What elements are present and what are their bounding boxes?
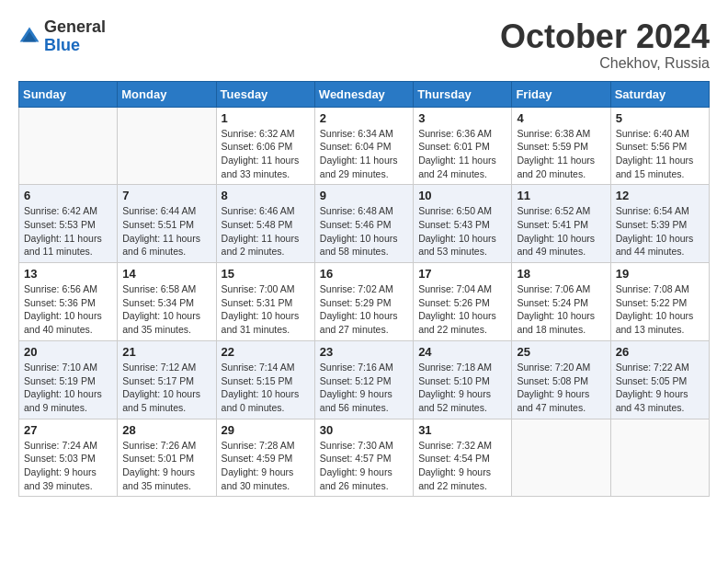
- day-info: Sunrise: 6:36 AMSunset: 6:01 PMDaylight:…: [418, 127, 506, 181]
- day-info: Sunrise: 7:06 AMSunset: 5:24 PMDaylight:…: [517, 282, 605, 337]
- header-monday: Monday: [118, 81, 216, 107]
- day-info: Sunrise: 6:56 AMSunset: 5:36 PMDaylight:…: [24, 282, 112, 337]
- table-row: 20Sunrise: 7:10 AMSunset: 5:19 PMDayligh…: [19, 340, 118, 419]
- calendar-week-row: 13Sunrise: 6:56 AMSunset: 5:36 PMDayligh…: [19, 263, 710, 341]
- table-row: 23Sunrise: 7:16 AMSunset: 5:12 PMDayligh…: [314, 340, 413, 419]
- day-info: Sunrise: 6:34 AMSunset: 6:04 PMDaylight:…: [320, 127, 408, 181]
- subtitle: Chekhov, Russia: [500, 55, 710, 72]
- day-number: 1: [222, 111, 310, 125]
- day-info: Sunrise: 6:40 AMSunset: 5:56 PMDaylight:…: [616, 127, 704, 181]
- day-info: Sunrise: 6:54 AMSunset: 5:39 PMDaylight:…: [616, 204, 704, 259]
- day-number: 9: [320, 189, 408, 202]
- table-row: [19, 107, 118, 185]
- day-info: Sunrise: 6:58 AMSunset: 5:34 PMDaylight:…: [122, 282, 210, 337]
- title-block: October 2024 Chekhov, Russia: [500, 18, 710, 72]
- table-row: 13Sunrise: 6:56 AMSunset: 5:36 PMDayligh…: [19, 263, 118, 341]
- day-info: Sunrise: 6:44 AMSunset: 5:51 PMDaylight:…: [122, 204, 210, 259]
- header: General Blue October 2024 Chekhov, Russi…: [18, 18, 710, 72]
- day-number: 30: [320, 423, 408, 437]
- day-number: 14: [122, 267, 210, 281]
- day-number: 21: [122, 345, 210, 359]
- day-info: Sunrise: 6:50 AMSunset: 5:43 PMDaylight:…: [418, 204, 506, 259]
- table-row: 19Sunrise: 7:08 AMSunset: 5:22 PMDayligh…: [610, 263, 709, 341]
- day-number: 23: [320, 345, 408, 359]
- day-number: 16: [320, 267, 408, 281]
- day-number: 18: [517, 267, 605, 281]
- table-row: 12Sunrise: 6:54 AMSunset: 5:39 PMDayligh…: [610, 185, 709, 263]
- day-number: 19: [616, 267, 704, 281]
- day-info: Sunrise: 7:18 AMSunset: 5:10 PMDaylight:…: [418, 361, 506, 415]
- table-row: 2Sunrise: 6:34 AMSunset: 6:04 PMDaylight…: [314, 107, 413, 185]
- calendar-table: Sunday Monday Tuesday Wednesday Thursday…: [18, 81, 710, 498]
- day-number: 7: [122, 189, 210, 202]
- table-row: [512, 419, 610, 497]
- day-number: 12: [616, 189, 704, 202]
- day-info: Sunrise: 6:46 AMSunset: 5:48 PMDaylight:…: [222, 204, 310, 259]
- day-info: Sunrise: 7:28 AMSunset: 4:59 PMDaylight:…: [222, 439, 310, 493]
- day-number: 2: [320, 111, 408, 125]
- calendar-week-row: 1Sunrise: 6:32 AMSunset: 6:06 PMDaylight…: [19, 107, 710, 185]
- day-info: Sunrise: 7:00 AMSunset: 5:31 PMDaylight:…: [222, 282, 310, 337]
- day-info: Sunrise: 7:08 AMSunset: 5:22 PMDaylight:…: [616, 282, 704, 337]
- table-row: [118, 107, 216, 185]
- header-wednesday: Wednesday: [314, 81, 413, 107]
- day-info: Sunrise: 7:04 AMSunset: 5:26 PMDaylight:…: [418, 282, 506, 337]
- table-row: 7Sunrise: 6:44 AMSunset: 5:51 PMDaylight…: [118, 185, 216, 263]
- day-info: Sunrise: 7:12 AMSunset: 5:17 PMDaylight:…: [122, 361, 210, 415]
- weekday-header-row: Sunday Monday Tuesday Wednesday Thursday…: [19, 81, 710, 107]
- day-info: Sunrise: 6:52 AMSunset: 5:41 PMDaylight:…: [517, 204, 605, 259]
- day-number: 28: [122, 423, 210, 437]
- table-row: 26Sunrise: 7:22 AMSunset: 5:05 PMDayligh…: [610, 340, 709, 419]
- table-row: 11Sunrise: 6:52 AMSunset: 5:41 PMDayligh…: [512, 185, 610, 263]
- day-info: Sunrise: 6:42 AMSunset: 5:53 PMDaylight:…: [24, 204, 112, 259]
- day-info: Sunrise: 7:10 AMSunset: 5:19 PMDaylight:…: [24, 361, 112, 415]
- table-row: 15Sunrise: 7:00 AMSunset: 5:31 PMDayligh…: [216, 263, 314, 341]
- month-title: October 2024: [500, 18, 710, 55]
- logo-icon: [18, 26, 40, 48]
- day-number: 26: [616, 345, 704, 359]
- table-row: [610, 419, 709, 497]
- table-row: 30Sunrise: 7:30 AMSunset: 4:57 PMDayligh…: [314, 419, 413, 497]
- day-number: 29: [222, 423, 310, 437]
- day-number: 27: [24, 423, 112, 437]
- table-row: 1Sunrise: 6:32 AMSunset: 6:06 PMDaylight…: [216, 107, 314, 185]
- table-row: 14Sunrise: 6:58 AMSunset: 5:34 PMDayligh…: [118, 263, 216, 341]
- table-row: 31Sunrise: 7:32 AMSunset: 4:54 PMDayligh…: [414, 419, 512, 497]
- table-row: 25Sunrise: 7:20 AMSunset: 5:08 PMDayligh…: [512, 340, 610, 419]
- day-info: Sunrise: 7:26 AMSunset: 5:01 PMDaylight:…: [122, 439, 210, 493]
- header-tuesday: Tuesday: [216, 81, 314, 107]
- table-row: 6Sunrise: 6:42 AMSunset: 5:53 PMDaylight…: [19, 185, 118, 263]
- table-row: 16Sunrise: 7:02 AMSunset: 5:29 PMDayligh…: [314, 263, 413, 341]
- table-row: 27Sunrise: 7:24 AMSunset: 5:03 PMDayligh…: [19, 419, 118, 497]
- logo-text: General Blue: [44, 18, 106, 55]
- day-info: Sunrise: 7:20 AMSunset: 5:08 PMDaylight:…: [517, 361, 605, 415]
- table-row: 28Sunrise: 7:26 AMSunset: 5:01 PMDayligh…: [118, 419, 216, 497]
- day-info: Sunrise: 7:22 AMSunset: 5:05 PMDaylight:…: [616, 361, 704, 415]
- day-info: Sunrise: 6:48 AMSunset: 5:46 PMDaylight:…: [320, 204, 408, 259]
- table-row: 22Sunrise: 7:14 AMSunset: 5:15 PMDayligh…: [216, 340, 314, 419]
- day-number: 13: [24, 267, 112, 281]
- table-row: 21Sunrise: 7:12 AMSunset: 5:17 PMDayligh…: [118, 340, 216, 419]
- day-number: 3: [418, 111, 506, 125]
- calendar-week-row: 20Sunrise: 7:10 AMSunset: 5:19 PMDayligh…: [19, 340, 710, 419]
- day-number: 24: [418, 345, 506, 359]
- day-info: Sunrise: 7:14 AMSunset: 5:15 PMDaylight:…: [222, 361, 310, 415]
- day-info: Sunrise: 6:38 AMSunset: 5:59 PMDaylight:…: [517, 127, 605, 181]
- day-info: Sunrise: 7:02 AMSunset: 5:29 PMDaylight:…: [320, 282, 408, 337]
- table-row: 10Sunrise: 6:50 AMSunset: 5:43 PMDayligh…: [414, 185, 512, 263]
- table-row: 4Sunrise: 6:38 AMSunset: 5:59 PMDaylight…: [512, 107, 610, 185]
- calendar-week-row: 6Sunrise: 6:42 AMSunset: 5:53 PMDaylight…: [19, 185, 710, 263]
- day-number: 8: [222, 189, 310, 202]
- header-saturday: Saturday: [610, 81, 709, 107]
- day-number: 10: [418, 189, 506, 202]
- header-thursday: Thursday: [414, 81, 512, 107]
- day-info: Sunrise: 7:32 AMSunset: 4:54 PMDaylight:…: [418, 439, 506, 493]
- table-row: 8Sunrise: 6:46 AMSunset: 5:48 PMDaylight…: [216, 185, 314, 263]
- table-row: 17Sunrise: 7:04 AMSunset: 5:26 PMDayligh…: [414, 263, 512, 341]
- header-sunday: Sunday: [19, 81, 118, 107]
- calendar-week-row: 27Sunrise: 7:24 AMSunset: 5:03 PMDayligh…: [19, 419, 710, 497]
- day-info: Sunrise: 7:30 AMSunset: 4:57 PMDaylight:…: [320, 439, 408, 493]
- day-number: 22: [222, 345, 310, 359]
- day-info: Sunrise: 6:32 AMSunset: 6:06 PMDaylight:…: [222, 127, 310, 181]
- day-number: 5: [616, 111, 704, 125]
